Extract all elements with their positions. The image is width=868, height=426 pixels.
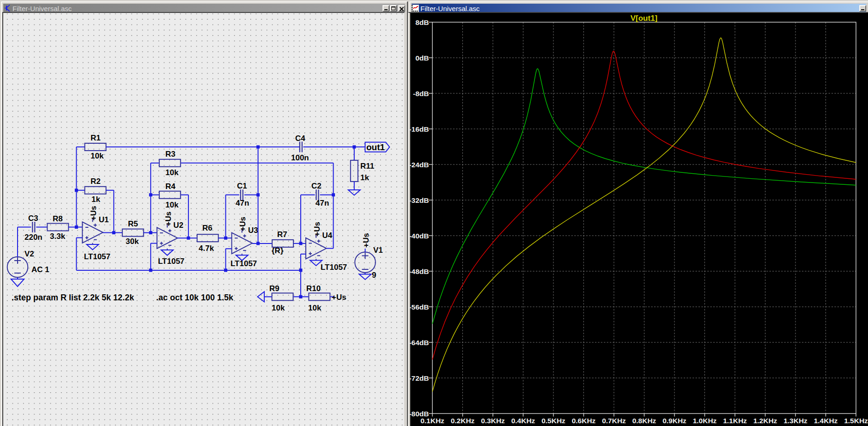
svg-text:1.0KHz: 1.0KHz xyxy=(693,417,717,425)
svg-text:R10: R10 xyxy=(306,284,321,293)
svg-text:10k: 10k xyxy=(91,152,104,160)
svg-text:-32dB: -32dB xyxy=(409,196,429,204)
svg-text:-48dB: -48dB xyxy=(409,268,429,275)
svg-text:0.7KHz: 0.7KHz xyxy=(602,417,626,425)
svg-text:R1: R1 xyxy=(91,134,101,142)
svg-text:-24dB: -24dB xyxy=(409,161,429,169)
svg-text:.step param R list 2.2k 5k 12.: .step param R list 2.2k 5k 12.2k xyxy=(12,293,134,302)
svg-text:C2: C2 xyxy=(311,182,322,190)
svg-text:4.7k: 4.7k xyxy=(199,244,214,253)
svg-text:-80dB: -80dB xyxy=(409,410,429,418)
svg-text:LT1057: LT1057 xyxy=(321,263,347,272)
svg-text:10k: 10k xyxy=(165,201,179,209)
svg-text:220n: 220n xyxy=(24,233,42,242)
svg-text:R11: R11 xyxy=(360,162,374,170)
svg-text:0dB: 0dB xyxy=(415,54,429,62)
svg-text:V1: V1 xyxy=(373,246,383,255)
svg-text:47n: 47n xyxy=(316,199,329,207)
svg-text:V2: V2 xyxy=(24,250,34,258)
svg-text:47n: 47n xyxy=(236,199,249,207)
svg-text:1.3KHz: 1.3KHz xyxy=(783,417,807,425)
svg-text:10k: 10k xyxy=(308,304,322,312)
svg-text:10k: 10k xyxy=(165,168,179,177)
svg-text:R4: R4 xyxy=(165,182,176,191)
svg-text:0.2KHz: 0.2KHz xyxy=(451,417,475,425)
svg-text:U2: U2 xyxy=(173,221,183,230)
svg-text:-56dB: -56dB xyxy=(409,303,429,311)
svg-text:1k: 1k xyxy=(91,195,100,204)
svg-text:-16dB: -16dB xyxy=(409,125,429,133)
svg-text:+Us: +Us xyxy=(362,233,370,248)
svg-text:0.6KHz: 0.6KHz xyxy=(572,417,596,425)
svg-text:0.3KHz: 0.3KHz xyxy=(481,417,505,425)
svg-text:R7: R7 xyxy=(277,230,287,239)
svg-text:LT1057: LT1057 xyxy=(84,252,110,261)
svg-text:100n: 100n xyxy=(291,153,309,162)
svg-text:V[out1]: V[out1] xyxy=(631,14,658,23)
svg-text:R2: R2 xyxy=(91,177,101,186)
svg-text:R5: R5 xyxy=(128,219,138,228)
svg-text:U4: U4 xyxy=(322,231,333,240)
svg-text:C4: C4 xyxy=(295,134,305,143)
svg-text:.ac oct 10k 100 1.5k: .ac oct 10k 100 1.5k xyxy=(156,293,234,302)
svg-text:9: 9 xyxy=(372,271,376,280)
svg-text:+Us: +Us xyxy=(164,212,173,226)
svg-text:-72dB: -72dB xyxy=(409,374,429,382)
svg-text:+Us: +Us xyxy=(332,293,346,302)
svg-text:U1: U1 xyxy=(99,215,109,224)
svg-text:R9: R9 xyxy=(269,284,279,293)
svg-text:0.8KHz: 0.8KHz xyxy=(632,417,656,425)
svg-text:-64dB: -64dB xyxy=(409,339,429,347)
svg-text:out1: out1 xyxy=(366,142,385,152)
svg-text:1.5KHz: 1.5KHz xyxy=(844,417,868,425)
svg-text:R3: R3 xyxy=(165,150,176,158)
svg-text:-40dB: -40dB xyxy=(409,232,429,240)
svg-text:{R}: {R} xyxy=(272,246,284,255)
svg-text:8dB: 8dB xyxy=(415,18,429,26)
svg-text:+Us: +Us xyxy=(238,217,247,231)
svg-text:30k: 30k xyxy=(126,237,139,246)
svg-text:R6: R6 xyxy=(202,224,212,232)
svg-text:0.9KHz: 0.9KHz xyxy=(662,417,686,425)
svg-text:0.5KHz: 0.5KHz xyxy=(541,417,565,425)
svg-text:+Us: +Us xyxy=(89,206,98,221)
svg-text:+Us: +Us xyxy=(313,222,322,237)
svg-text:R8: R8 xyxy=(53,214,63,223)
svg-text:0.4KHz: 0.4KHz xyxy=(511,417,535,425)
svg-text:-8dB: -8dB xyxy=(413,90,429,97)
svg-text:1.1KHz: 1.1KHz xyxy=(723,417,747,425)
svg-text:1.4KHz: 1.4KHz xyxy=(814,417,838,425)
svg-text:1.2KHz: 1.2KHz xyxy=(753,417,777,425)
svg-text:AC 1: AC 1 xyxy=(31,265,49,274)
svg-text:10k: 10k xyxy=(272,304,285,312)
svg-text:3.3k: 3.3k xyxy=(50,232,66,241)
svg-text:LT1057: LT1057 xyxy=(158,257,184,266)
svg-text:C1: C1 xyxy=(237,182,247,190)
svg-text:0.1KHz: 0.1KHz xyxy=(420,417,444,425)
svg-text:C3: C3 xyxy=(28,214,38,223)
svg-text:1k: 1k xyxy=(360,173,369,182)
svg-text:U3: U3 xyxy=(248,226,258,235)
svg-text:LT1057: LT1057 xyxy=(231,259,257,268)
